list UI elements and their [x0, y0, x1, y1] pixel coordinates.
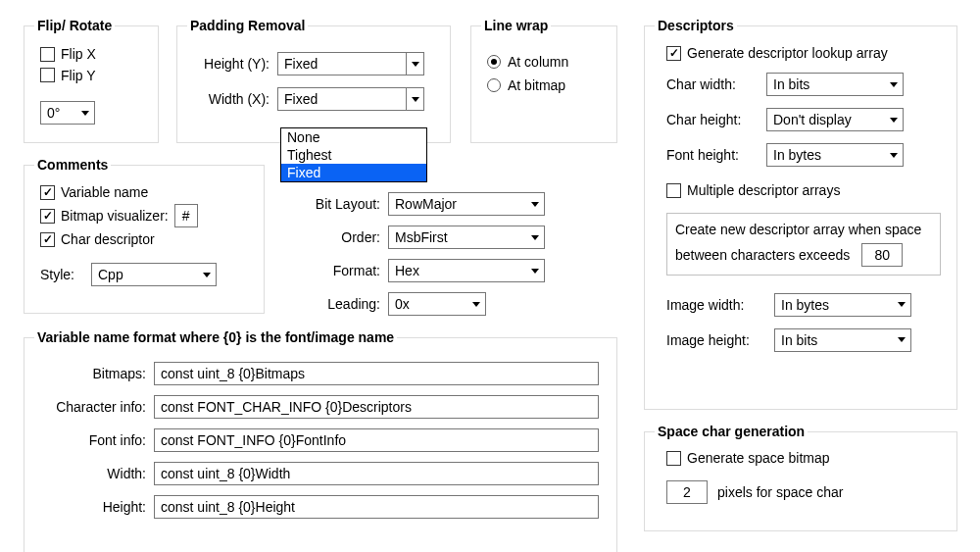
order-value: MsbFirst	[389, 229, 526, 245]
bitmaps-input[interactable]: const uint_8 {0}Bitmaps	[154, 362, 599, 385]
dropdown-option-tighest[interactable]: Tighest	[281, 146, 426, 164]
font-height-combo[interactable]: In bytes	[766, 143, 904, 167]
height-label: Height:	[38, 499, 154, 515]
bit-layout-combo[interactable]: RowMajor	[388, 192, 545, 216]
fontinfo-label: Font info:	[38, 432, 154, 448]
fontinfo-input[interactable]: const FONT_INFO {0}FontInfo	[154, 428, 599, 452]
varfmt-group: Variable name format where {0} is the fo…	[24, 329, 617, 552]
dropdown-option-none[interactable]: None	[281, 128, 426, 146]
multiple-arrays-checkbox[interactable]: Multiple descriptor arrays	[666, 182, 840, 198]
width-x-dropdown-list[interactable]: None Tighest Fixed	[280, 127, 427, 182]
image-height-combo[interactable]: In bits	[774, 328, 911, 352]
char-height-value: Don't display	[767, 112, 885, 127]
generate-lookup-checkbox[interactable]: Generate descriptor lookup array	[666, 45, 888, 61]
charinfo-value: const FONT_CHAR_INFO {0}Descriptors	[161, 399, 412, 415]
chevron-down-icon	[76, 102, 94, 124]
width-x-label: Width (X):	[191, 91, 277, 107]
char-height-label: Char height:	[666, 112, 766, 127]
height-value: const uint_8 {0}Height	[161, 499, 295, 515]
char-height-combo[interactable]: Don't display	[766, 108, 904, 131]
image-width-combo[interactable]: In bytes	[774, 293, 911, 317]
flip-y-checkbox[interactable]: Flip Y	[40, 68, 96, 83]
chevron-down-icon	[526, 260, 544, 281]
image-width-value: In bytes	[775, 297, 893, 313]
rotate-degree-combo[interactable]: 0°	[40, 101, 95, 125]
bitmap-visualizer-char-input[interactable]: #	[174, 204, 198, 227]
height-y-combo[interactable]: Fixed	[277, 52, 424, 75]
order-combo[interactable]: MsbFirst	[388, 226, 545, 249]
width-label: Width:	[38, 466, 154, 481]
at-column-radio[interactable]: At column	[487, 54, 568, 70]
chevron-down-icon	[885, 144, 903, 166]
pixels-input[interactable]: 2	[666, 480, 708, 504]
checkbox-icon	[40, 185, 55, 200]
checkbox-icon	[666, 46, 681, 61]
generate-space-bitmap-label: Generate space bitmap	[687, 450, 830, 466]
create-new-text2: between characters exceeds	[675, 247, 850, 263]
height-y-label: Height (Y):	[191, 56, 277, 72]
height-input[interactable]: const uint_8 {0}Height	[154, 495, 599, 519]
comments-group: Comments Variable name Bitmap visualizer…	[24, 157, 265, 314]
pixels-value: 2	[683, 484, 691, 500]
font-height-label: Font height:	[666, 147, 766, 163]
variable-name-checkbox[interactable]: Variable name	[40, 184, 148, 200]
char-width-label: Char width:	[666, 76, 766, 92]
flip-y-label: Flip Y	[61, 68, 96, 83]
bit-layout-value: RowMajor	[389, 196, 526, 212]
leading-value: 0x	[389, 296, 467, 312]
width-x-combo[interactable]: Fixed	[277, 87, 424, 111]
bitmap-visualizer-checkbox[interactable]: Bitmap visualizer:	[40, 208, 169, 224]
generate-space-bitmap-checkbox[interactable]: Generate space bitmap	[666, 450, 830, 466]
at-bitmap-label: At bitmap	[508, 77, 565, 93]
checkbox-icon	[666, 451, 681, 466]
create-new-text1: Create new descriptor array when space	[675, 222, 932, 237]
checkbox-icon	[666, 183, 681, 198]
chevron-down-icon	[198, 264, 216, 285]
chevron-down-icon	[406, 53, 423, 75]
bitmaps-label: Bitmaps:	[38, 366, 154, 381]
chevron-down-icon	[885, 109, 903, 130]
chevron-down-icon	[406, 88, 423, 110]
height-y-value: Fixed	[278, 56, 406, 72]
chevron-down-icon	[526, 193, 544, 215]
image-height-value: In bits	[775, 332, 893, 348]
char-width-combo[interactable]: In bits	[766, 73, 904, 96]
order-label: Order:	[300, 229, 388, 245]
padding-removal-legend: Padding Removal	[187, 18, 308, 33]
space-gen-group: Space char generation Generate space bit…	[644, 424, 957, 531]
padding-removal-group: Padding Removal Height (Y): Fixed Width …	[176, 18, 451, 143]
multiple-arrays-label: Multiple descriptor arrays	[687, 182, 840, 198]
style-combo[interactable]: Cpp	[91, 263, 217, 286]
format-value: Hex	[389, 263, 526, 278]
font-height-value: In bytes	[767, 147, 885, 163]
bitmap-visualizer-label: Bitmap visualizer:	[61, 208, 169, 224]
char-descriptor-checkbox[interactable]: Char descriptor	[40, 231, 155, 247]
chevron-down-icon	[526, 226, 544, 248]
flip-x-checkbox[interactable]: Flip X	[40, 46, 96, 62]
varfmt-legend: Variable name format where {0} is the fo…	[34, 329, 397, 345]
at-bitmap-radio[interactable]: At bitmap	[487, 77, 565, 93]
checkbox-icon	[40, 47, 55, 62]
charinfo-input[interactable]: const FONT_CHAR_INFO {0}Descriptors	[154, 395, 599, 419]
style-label: Style:	[40, 267, 91, 282]
threshold-input[interactable]: 80	[861, 243, 903, 267]
descriptors-group: Descriptors Generate descriptor lookup a…	[644, 18, 957, 410]
space-gen-legend: Space char generation	[655, 424, 808, 439]
comments-legend: Comments	[34, 157, 111, 173]
descriptors-legend: Descriptors	[655, 18, 737, 33]
charinfo-label: Character info:	[38, 399, 154, 415]
chevron-down-icon	[893, 294, 910, 316]
width-input[interactable]: const uint_8 {0}Width	[154, 462, 599, 485]
format-combo[interactable]: Hex	[388, 259, 545, 282]
dropdown-option-fixed[interactable]: Fixed	[281, 164, 426, 181]
generate-lookup-label: Generate descriptor lookup array	[687, 45, 888, 61]
flip-rotate-legend: Flip/ Rotate	[34, 18, 115, 33]
leading-combo[interactable]: 0x	[388, 292, 486, 316]
pixels-label: pixels for space char	[717, 484, 843, 500]
flip-rotate-group: Flip/ Rotate Flip X Flip Y 0°	[24, 18, 159, 143]
width-x-value: Fixed	[278, 91, 406, 107]
format-label: Format:	[300, 263, 388, 278]
bitmap-visualizer-char-value: #	[182, 208, 190, 224]
radio-icon	[487, 78, 501, 92]
style-value: Cpp	[92, 267, 198, 282]
